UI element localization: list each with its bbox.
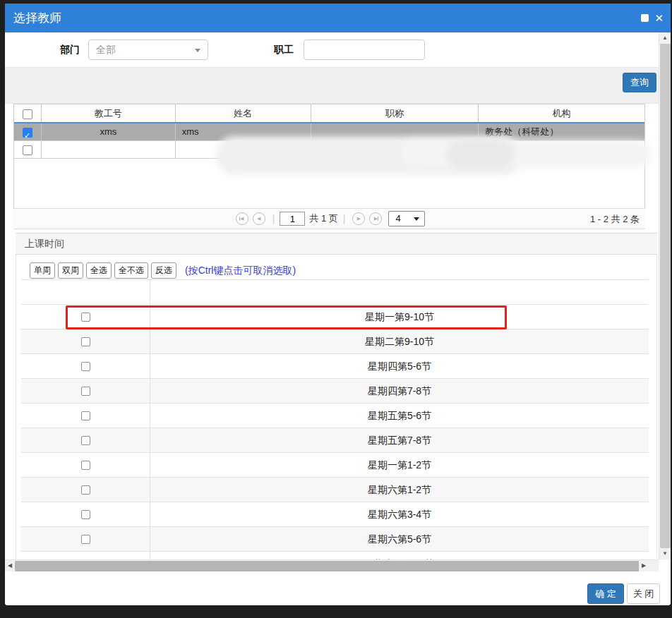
confirm-button[interactable]: 确 定	[587, 583, 624, 604]
teacher-name-cell: xms	[176, 123, 311, 140]
schedule-row[interactable]: 星期四第5-6节	[21, 354, 649, 379]
page-number-input[interactable]	[280, 212, 305, 226]
schedule-row[interactable]: 星期六第9-10节	[21, 552, 649, 559]
schedule-checkbox[interactable]	[81, 313, 90, 322]
department-select-value: 全部	[96, 44, 116, 55]
double-week-button[interactable]: 双周	[58, 262, 83, 279]
pagination-bar: ◀ ◀ | 共 1 页 | ▶ ▶ 4 1 - 2 共 2 条	[13, 208, 645, 229]
next-page-button[interactable]: ▶	[352, 212, 365, 225]
page-size-select[interactable]: 4	[388, 211, 425, 226]
record-range-label: 1 - 2 共 2 条	[590, 209, 640, 230]
department-label: 部门	[60, 40, 80, 60]
teacher-title-cell	[311, 141, 479, 158]
column-header-title: 职称	[311, 104, 479, 122]
schedule-checkbox-cell	[21, 453, 150, 477]
pagination-divider: |	[272, 213, 275, 224]
row-checkbox-cell	[14, 123, 42, 140]
invert-select-button[interactable]: 反选	[151, 262, 176, 279]
dialog-titlebar: 选择教师 ✕	[5, 4, 671, 32]
vertical-scrollbar[interactable]: ▲ ▼	[659, 32, 671, 559]
schedule-checkbox[interactable]	[81, 535, 90, 544]
row-checkbox[interactable]	[23, 145, 32, 155]
scroll-right-icon[interactable]: ▶	[639, 560, 649, 571]
schedule-checkbox-cell	[21, 527, 150, 551]
column-header-teacher-id: 教工号	[42, 104, 176, 122]
schedule-slot-label: 星期六第3-4节	[150, 502, 649, 526]
scroll-down-icon[interactable]: ▼	[659, 548, 671, 559]
schedule-row[interactable]: 星期六第1-2节	[21, 478, 649, 502]
select-none-button[interactable]: 全不选	[114, 262, 148, 279]
teacher-row[interactable]	[14, 141, 644, 159]
staff-input[interactable]	[304, 40, 425, 60]
total-pages-label: 共 1 页	[309, 212, 337, 225]
schedule-row[interactable]: 星期一第9-10节	[21, 305, 649, 329]
schedule-slot-label: 星期四第5-6节	[150, 354, 649, 378]
schedule-row[interactable]: 星期四第7-8节	[21, 379, 649, 404]
schedule-row[interactable]: 星期六第5-6节	[21, 527, 649, 552]
header-checkbox-cell	[14, 104, 42, 122]
first-page-button[interactable]: ◀	[236, 212, 248, 225]
schedule-checkbox[interactable]	[81, 337, 90, 346]
schedule-checkbox-cell	[21, 305, 150, 329]
select-all-button[interactable]: 全选	[86, 262, 112, 279]
column-header-name: 姓名	[176, 104, 311, 122]
schedule-checkbox-cell	[21, 329, 150, 353]
teacher-id-cell	[42, 141, 176, 158]
schedule-row[interactable]: 星期五第5-6节	[21, 404, 649, 428]
ctrl-click-hint: (按Ctrl键点击可取消选取)	[185, 262, 296, 279]
search-button[interactable]: 查询	[623, 73, 656, 92]
schedule-checkbox-cell	[21, 280, 150, 304]
teacher-org-cell	[479, 141, 644, 158]
schedule-checkbox[interactable]	[81, 510, 90, 519]
schedule-slot-label	[150, 280, 649, 304]
schedule-checkbox-cell	[21, 428, 150, 452]
schedule-slot-label: 星期六第1-2节	[150, 478, 649, 502]
schedule-row[interactable]: 星期五第7-8节	[21, 428, 649, 453]
department-select[interactable]: 全部	[88, 40, 208, 60]
row-checkbox-cell	[14, 141, 42, 158]
select-teacher-dialog: 选择教师 ✕ 部门 全部 职工 查询 教工号 姓名 职称 机构 xmsxms教务…	[5, 4, 671, 605]
schedule-section-title: 上课时间	[25, 238, 64, 249]
teacher-table-body: xmsxms教务处（科研处）	[14, 123, 644, 159]
vertical-scrollbar-thumb[interactable]	[660, 44, 671, 548]
horizontal-scrollbar[interactable]: ◀ ▶	[5, 559, 659, 571]
schedule-row[interactable]	[21, 280, 649, 305]
schedule-checkbox-cell	[21, 552, 150, 559]
dialog-title: 选择教师	[13, 4, 61, 32]
chevron-down-icon	[414, 217, 419, 221]
teacher-row[interactable]: xmsxms教务处（科研处）	[14, 123, 644, 141]
teacher-title-cell	[311, 123, 479, 140]
schedule-row[interactable]: 星期二第9-10节	[21, 329, 649, 354]
pagination-divider: |	[343, 213, 346, 224]
scroll-left-icon[interactable]: ◀	[5, 560, 15, 571]
schedule-checkbox[interactable]	[81, 436, 90, 445]
dialog-footer: 确 定 关 闭	[5, 571, 671, 605]
page-size-value: 4	[395, 213, 400, 224]
horizontal-scrollbar-thumb[interactable]	[15, 561, 639, 571]
schedule-checkbox[interactable]	[81, 485, 90, 495]
teacher-table: 教工号 姓名 职称 机构 xmsxms教务处（科研处）	[13, 104, 645, 208]
row-checkbox[interactable]	[23, 128, 32, 138]
schedule-slot-label: 星期六第9-10节	[150, 552, 649, 559]
schedule-checkbox[interactable]	[81, 411, 90, 420]
prev-page-button[interactable]: ◀	[253, 212, 265, 225]
close-icon[interactable]: ✕	[654, 11, 664, 25]
select-all-checkbox[interactable]	[23, 109, 32, 119]
last-page-button[interactable]: ▶	[369, 212, 382, 225]
single-week-button[interactable]: 单周	[30, 262, 55, 279]
staff-label: 职工	[274, 40, 294, 60]
schedule-slot-label: 星期六第5-6节	[150, 527, 649, 551]
schedule-checkbox[interactable]	[81, 461, 90, 470]
teacher-name-cell	[176, 141, 311, 158]
schedule-checkbox[interactable]	[81, 387, 90, 396]
scroll-up-icon[interactable]: ▲	[659, 32, 671, 44]
schedule-row[interactable]: 星期六第3-4节	[21, 502, 649, 527]
schedule-row[interactable]: 星期一第1-2节	[21, 453, 649, 478]
schedule-slot-label: 星期五第7-8节	[150, 428, 649, 452]
schedule-table: 星期一第9-10节星期二第9-10节星期四第5-6节星期四第7-8节星期五第5-…	[21, 279, 649, 559]
schedule-checkbox-cell	[21, 379, 150, 403]
schedule-checkbox[interactable]	[81, 362, 90, 371]
maximize-icon[interactable]	[641, 14, 649, 22]
close-button[interactable]: 关 闭	[627, 583, 660, 604]
schedule-checkbox-cell	[21, 354, 150, 378]
